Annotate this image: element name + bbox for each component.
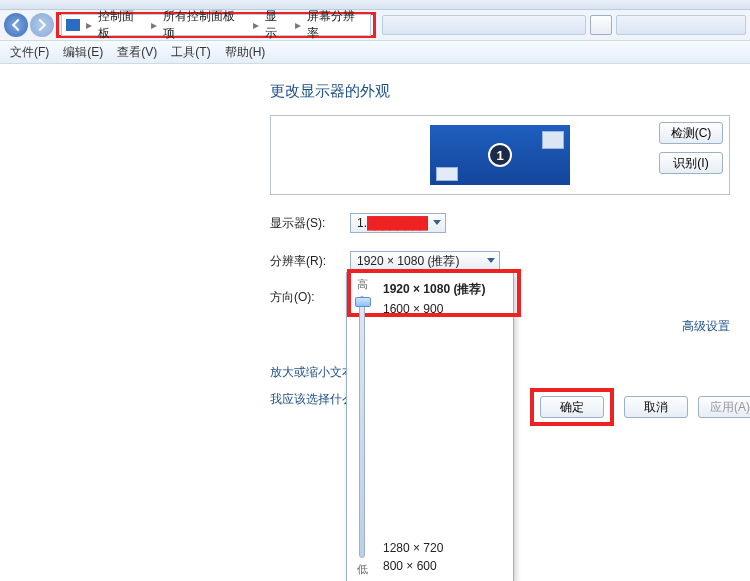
cancel-button[interactable]: 取消 <box>624 396 688 418</box>
resolution-flyout: 高 低 1920 × 1080 (推荐) 1600 × 900 1280 × 7… <box>346 272 514 581</box>
chevron-right-icon: ▸ <box>86 18 92 32</box>
display-value-redacted: ████████ <box>367 216 427 230</box>
preview-window-icon <box>436 167 458 181</box>
resolution-slider-column: 高 低 <box>347 273 377 581</box>
refresh-button[interactable] <box>590 15 612 35</box>
page-heading: 更改显示器的外观 <box>270 82 728 101</box>
menu-help[interactable]: 帮助(H) <box>225 44 266 61</box>
breadcrumb-highlight: ▸ 控制面板 ▸ 所有控制面板项 ▸ 显示 ▸ 屏幕分辨率 <box>56 12 376 38</box>
breadcrumb-item[interactable]: 所有控制面板项 <box>163 8 246 42</box>
address-remainder <box>382 15 586 35</box>
menu-view[interactable]: 查看(V) <box>117 44 157 61</box>
identify-button[interactable]: 识别(I) <box>659 152 723 174</box>
apply-button: 应用(A) <box>698 396 750 418</box>
resolution-dd-wrap: 1920 × 1080 (推荐) <box>350 251 500 271</box>
breadcrumb-item[interactable]: 屏幕分辨率 <box>307 8 366 42</box>
menu-bar: 文件(F) 编辑(E) 查看(V) 工具(T) 帮助(H) <box>0 40 750 64</box>
display-value-prefix: 1. <box>357 216 367 230</box>
resolution-dropdown[interactable]: 1920 × 1080 (推荐) <box>350 251 500 271</box>
chevron-down-icon <box>487 258 495 263</box>
arrow-right-icon <box>35 18 49 32</box>
slider-low-label: 低 <box>357 562 368 577</box>
chevron-right-icon: ▸ <box>295 18 301 32</box>
arrow-left-icon <box>9 18 23 32</box>
resolution-options-list: 1920 × 1080 (推荐) 1600 × 900 1280 × 720 8… <box>377 273 513 581</box>
monitor-icon <box>66 19 80 31</box>
preview-side-buttons: 检测(C) 识别(I) <box>659 122 723 174</box>
display-preview-box: 1 检测(C) 识别(I) <box>270 115 730 195</box>
display-preview-monitor[interactable]: 1 <box>430 125 570 185</box>
resolution-label: 分辨率(R): <box>270 253 338 270</box>
menu-tools[interactable]: 工具(T) <box>171 44 210 61</box>
display-row: 显示器(S): 1. ████████ <box>270 213 728 233</box>
breadcrumb-item[interactable]: 控制面板 <box>98 8 146 42</box>
detect-button[interactable]: 检测(C) <box>659 122 723 144</box>
address-bar[interactable]: ▸ 控制面板 ▸ 所有控制面板项 ▸ 显示 ▸ 屏幕分辨率 <box>61 14 371 36</box>
display-number-badge: 1 <box>488 143 512 167</box>
link-advanced-settings[interactable]: 高级设置 <box>682 318 730 335</box>
nav-remainder <box>382 15 746 35</box>
breadcrumb-item[interactable]: 显示 <box>265 8 289 42</box>
display-label: 显示器(S): <box>270 215 338 232</box>
resolution-option[interactable]: 1600 × 900 <box>381 300 509 318</box>
display-dropdown[interactable]: 1. ████████ <box>350 213 446 233</box>
chevron-right-icon: ▸ <box>151 18 157 32</box>
chevron-right-icon: ▸ <box>253 18 259 32</box>
resolution-row: 分辨率(R): 1920 × 1080 (推荐) <box>270 251 728 271</box>
ok-highlight: 确定 <box>530 388 614 426</box>
resolution-option[interactable]: 1280 × 720 <box>381 539 509 557</box>
preview-window-icon <box>542 131 564 149</box>
chevron-down-icon <box>433 220 441 225</box>
ok-button[interactable]: 确定 <box>540 396 604 418</box>
slider-high-label: 高 <box>357 277 368 292</box>
forward-button[interactable] <box>30 13 54 37</box>
menu-file[interactable]: 文件(F) <box>10 44 49 61</box>
slider-thumb[interactable] <box>355 297 371 307</box>
menu-edit[interactable]: 编辑(E) <box>63 44 103 61</box>
search-box[interactable] <box>616 15 746 35</box>
resolution-value: 1920 × 1080 (推荐) <box>357 253 459 270</box>
control-panel-window: ▸ 控制面板 ▸ 所有控制面板项 ▸ 显示 ▸ 屏幕分辨率 文件(F) 编辑(E… <box>0 0 750 581</box>
back-button[interactable] <box>4 13 28 37</box>
dialog-button-bar: 确定 取消 应用(A) <box>530 388 750 426</box>
resolution-option[interactable]: 800 × 600 <box>381 557 509 575</box>
resolution-option[interactable]: 1920 × 1080 (推荐) <box>381 279 509 300</box>
resolution-slider[interactable] <box>359 296 365 558</box>
orientation-label: 方向(O): <box>270 289 338 306</box>
nav-row: ▸ 控制面板 ▸ 所有控制面板项 ▸ 显示 ▸ 屏幕分辨率 <box>0 10 750 40</box>
